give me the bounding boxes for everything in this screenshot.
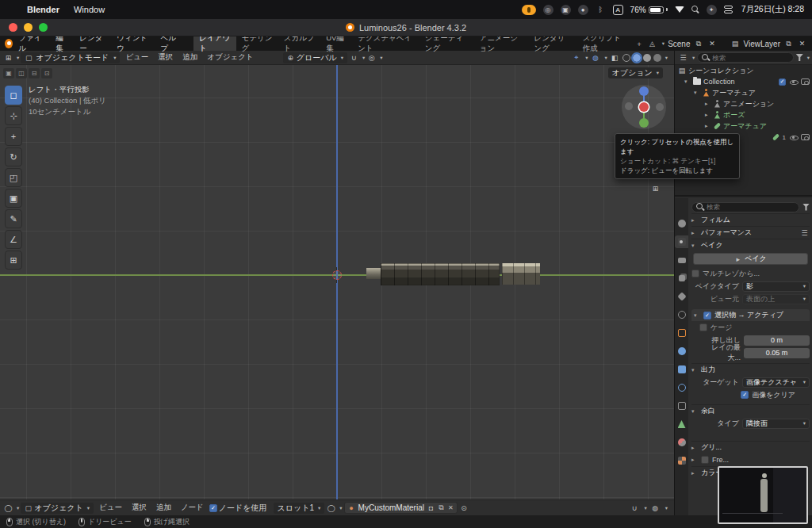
- bake-type-dropdown[interactable]: 影 ▾: [742, 281, 810, 292]
- viewlayer-name[interactable]: ViewLayer: [743, 40, 780, 48]
- tab-texture[interactable]: [675, 454, 688, 467]
- shader-editor-type-icon[interactable]: ◯: [3, 503, 13, 513]
- shader-select-menu[interactable]: 選択: [128, 503, 151, 513]
- move-tool[interactable]: +: [5, 127, 22, 146]
- new-viewlayer-icon[interactable]: ⧉: [783, 39, 794, 49]
- scene-name[interactable]: Scene: [668, 40, 690, 48]
- tab-render[interactable]: [675, 235, 688, 248]
- tab-constraints[interactable]: [675, 400, 688, 412]
- tab-texture-paint[interactable]: テクスチャペイント: [352, 36, 419, 51]
- bake-button[interactable]: ▸ ベイク: [693, 253, 808, 265]
- tab-rendering[interactable]: レンダリング: [528, 36, 576, 51]
- outliner-row-animation[interactable]: ▸ アニメーション: [675, 98, 812, 109]
- ray-distance-field[interactable]: 0.05 m: [744, 348, 810, 358]
- menubar-clock[interactable]: 7月26日(土) 8:28: [741, 4, 804, 15]
- tab-tool[interactable]: [675, 217, 688, 230]
- outliner-filter-icon[interactable]: [796, 54, 803, 61]
- add-workspace-button[interactable]: +: [631, 36, 647, 51]
- add-cube-tool[interactable]: ⊞: [5, 251, 22, 270]
- shading-rendered-icon[interactable]: [653, 54, 661, 62]
- gizmo-z-axis[interactable]: [639, 86, 649, 96]
- viewport-canvas[interactable]: ▣ ◫ ⊟ ⊡ オプション ▾ ◻ ⊹ + ↻ ◰ ▣ ✎ ∠ ⊞ レフト・平行…: [0, 65, 674, 499]
- panel-margin[interactable]: ▾ 余白: [691, 404, 810, 417]
- tab-animation[interactable]: アニメーション: [474, 36, 529, 51]
- wifi-icon[interactable]: [675, 6, 684, 13]
- eye-icon[interactable]: [789, 133, 798, 141]
- shader-add-menu[interactable]: 追加: [152, 503, 175, 513]
- window-titlebar[interactable]: Luminous26 - Blender 4.3.2: [0, 19, 812, 36]
- select-mode-intersect-icon[interactable]: ⊡: [41, 68, 52, 78]
- render-visibility-icon[interactable]: [801, 78, 810, 85]
- panel-performance[interactable]: ▸ パフォーマンス ☰: [691, 226, 810, 239]
- gizmo-neg-axis-left[interactable]: [625, 102, 633, 110]
- mic-indicator-icon[interactable]: [522, 5, 536, 15]
- expand-icon[interactable]: ▸: [705, 123, 711, 129]
- preset-menu-icon[interactable]: ☰: [799, 228, 810, 238]
- status-icon-1[interactable]: ◎: [543, 5, 553, 15]
- gizmo-x-axis[interactable]: [639, 102, 649, 112]
- control-center-icon[interactable]: [724, 6, 733, 13]
- tab-sculpt[interactable]: スカルプト: [278, 36, 320, 51]
- extrusion-field[interactable]: 0 m: [744, 335, 810, 346]
- outliner-row-armature-object[interactable]: ▾ アーマチュア: [675, 87, 812, 98]
- tab-shading[interactable]: シェーディング: [419, 36, 474, 51]
- shading-solid-icon[interactable]: [633, 54, 641, 62]
- expand-icon[interactable]: ▸: [705, 101, 711, 107]
- annotate-tool[interactable]: ✎: [5, 209, 22, 228]
- blender-app-icon[interactable]: [5, 39, 13, 48]
- material-name-field[interactable]: ● MyCustomMaterial ◘ ⧉ ✕: [344, 502, 458, 514]
- shader-type-dropdown[interactable]: ▢ オブジェクト ▾: [21, 503, 94, 514]
- tab-layout[interactable]: レイアウト: [193, 36, 236, 51]
- render-visibility-icon[interactable]: [801, 134, 810, 140]
- panel-grease-pencil[interactable]: ▸ グリ...: [691, 441, 810, 453]
- snap-node-icon[interactable]: ∪: [629, 503, 639, 513]
- tab-world[interactable]: [675, 308, 688, 321]
- tab-modeling[interactable]: モデリング: [236, 36, 278, 51]
- mesh-object-body[interactable]: [381, 263, 500, 285]
- navigation-gizmo[interactable]: [622, 85, 666, 129]
- mesh-object-segment[interactable]: [366, 268, 382, 279]
- copy-material-icon[interactable]: ⧉: [438, 503, 445, 513]
- tab-object[interactable]: [675, 327, 688, 339]
- shading-material-icon[interactable]: [643, 54, 651, 62]
- pin-icon[interactable]: ⊙: [459, 503, 469, 513]
- use-nodes-checkbox[interactable]: ✓: [209, 504, 217, 512]
- tab-uv[interactable]: UV編集: [320, 36, 352, 51]
- outliner-editor-icon[interactable]: ☰: [678, 52, 688, 63]
- expand-icon[interactable]: ▾: [694, 90, 700, 96]
- panel-film[interactable]: ▸ フィルム: [691, 213, 810, 226]
- tab-particles[interactable]: [675, 363, 688, 376]
- battery-indicator[interactable]: 76%: [630, 6, 668, 14]
- delete-viewlayer-icon[interactable]: ✕: [797, 39, 807, 49]
- cursor-tool[interactable]: ⊹: [5, 106, 22, 125]
- input-source-icon[interactable]: A: [613, 5, 623, 15]
- spotlight-icon[interactable]: [691, 6, 699, 13]
- shader-node-menu[interactable]: ノード: [177, 503, 208, 513]
- tab-scene[interactable]: [675, 290, 688, 303]
- eye-icon[interactable]: [789, 78, 798, 86]
- target-dropdown[interactable]: 画像テクスチャ ▾: [742, 377, 810, 388]
- select-mode-box-icon[interactable]: ▣: [3, 68, 14, 78]
- outliner-row-pose[interactable]: ▸ ポーズ: [675, 109, 812, 121]
- select-mode-extend-icon[interactable]: ◫: [16, 68, 27, 78]
- expand-icon[interactable]: ▾: [684, 78, 691, 85]
- tab-output[interactable]: [675, 254, 688, 266]
- select-mode-subtract-icon[interactable]: ⊟: [29, 68, 40, 78]
- scale-tool[interactable]: ◰: [5, 168, 22, 187]
- outliner-row-collection[interactable]: ▾ Collection ✓: [675, 76, 812, 87]
- properties-filter-icon[interactable]: [802, 204, 810, 211]
- browse-material-icon[interactable]: ◯: [326, 503, 336, 513]
- outliner-search-input[interactable]: [712, 54, 788, 62]
- view-from-dropdown[interactable]: 表面の上 ▾: [742, 294, 810, 304]
- shader-view-menu[interactable]: ビュー: [95, 503, 126, 513]
- fake-user-icon[interactable]: ◘: [427, 503, 435, 513]
- tab-scripting[interactable]: スクリプト作成: [577, 36, 632, 51]
- transform-tool[interactable]: ▣: [5, 189, 22, 208]
- delete-scene-icon[interactable]: ✕: [707, 39, 717, 49]
- margin-type-dropdown[interactable]: 隣接面 ▾: [742, 419, 810, 429]
- clear-image-checkbox[interactable]: ✓: [741, 391, 749, 399]
- outliner-row-armature-data[interactable]: ▸ アーマチュア: [675, 121, 812, 132]
- show-gizmo-icon[interactable]: ⌖: [571, 52, 581, 63]
- mesh-object-end[interactable]: [502, 263, 540, 285]
- editor-type-icon[interactable]: ⊞: [3, 52, 13, 63]
